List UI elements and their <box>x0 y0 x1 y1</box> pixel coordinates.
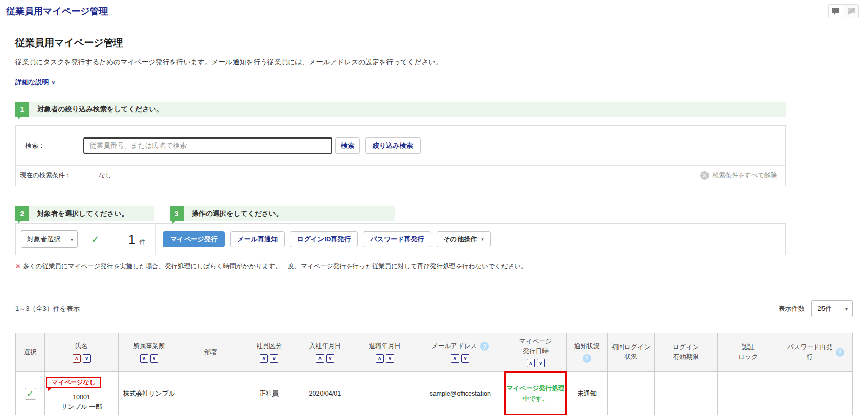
col-mypage-issued-at: マイページ 発行日時 ∧∨ <box>505 333 566 372</box>
employee-number: 10001 <box>45 394 118 401</box>
step2-text: 対象者を選択してください。 <box>37 209 128 218</box>
step3-text: 操作の選択をしてください。 <box>192 209 283 218</box>
mypage-issuing-status: マイページ発行処理 中です。 <box>505 383 566 404</box>
cell-first-login-status <box>607 372 654 415</box>
sort-desc-button[interactable]: ∨ <box>461 354 469 363</box>
col-email: メールアドレス? ∧∨ <box>416 333 505 372</box>
sort-asc-button[interactable]: ∧ <box>260 354 268 363</box>
cell-password-reissue <box>779 372 853 415</box>
cell-notify-status: 未通知 <box>566 372 607 415</box>
page-size-label: 表示件数 <box>779 304 805 313</box>
col-name: 氏名 ∧∨ <box>45 333 118 372</box>
col-password-reissue: パスワード再発 行? <box>779 333 853 372</box>
sort-desc-button[interactable]: ∨ <box>326 354 334 363</box>
top-bar: 従業員用マイページ管理 <box>0 0 868 22</box>
other-actions-dropdown[interactable]: その他操作 ▾ <box>437 231 491 247</box>
filter-search-button[interactable]: 絞り込み検索 <box>365 137 421 154</box>
page-title: 従業員用マイページ管理 <box>15 36 853 50</box>
col-notify-status: 通知状況 ? <box>566 333 607 372</box>
step3-number: 3 <box>170 206 184 221</box>
col-auth-lock: 認証 ロック <box>717 333 779 372</box>
search-label: 検索： <box>25 141 83 150</box>
cell-select: ✓ <box>16 372 45 415</box>
selected-count: 1 件 <box>128 232 145 247</box>
cell-login-expiry <box>654 372 717 415</box>
no-mypage-badge: マイページなし <box>46 377 101 388</box>
employee-name: サンプル 一郎 <box>45 403 118 411</box>
tooltip-on-button[interactable] <box>828 4 843 18</box>
cell-employment-type: 正社員 <box>242 372 296 415</box>
sort-asc-button[interactable]: ∧ <box>527 359 535 367</box>
step1-number: 1 <box>15 102 29 117</box>
step3-banner: 3 操作の選択をしてください。 <box>170 206 395 221</box>
col-login-expiry: ログイン 有効期限 <box>654 333 717 372</box>
check-icon: ✓ <box>27 389 34 398</box>
resend-mail-button[interactable]: メール再通知 <box>230 231 285 247</box>
cell-name: マイページなし 10001 サンプル 一郎 <box>45 372 118 415</box>
search-button[interactable]: 検索 <box>335 137 360 154</box>
sort-desc-button[interactable]: ∨ <box>83 354 91 363</box>
caret-down-icon: ▾ <box>481 237 484 242</box>
col-first-login-status: 初回ログイン 状況 <box>607 333 654 372</box>
col-office: 所属事業所 ∧∨ <box>118 333 180 372</box>
topbar-tools <box>828 4 859 18</box>
sort-desc-button[interactable]: ∨ <box>537 359 545 367</box>
reissue-password-button[interactable]: パスワード再発行 <box>363 231 431 247</box>
cell-auth-lock <box>717 372 779 415</box>
cell-email: sample@officestation <box>416 372 505 415</box>
col-department: 部署 <box>180 333 242 372</box>
sort-asc-button[interactable]: ∧ <box>451 354 459 363</box>
employee-table: 選択 氏名 ∧∨ 所属事業所 ∧∨ 部署 社員区分 ∧∨ 入社年月日 ∧∨ <box>15 333 853 415</box>
sort-desc-button[interactable]: ∨ <box>150 354 158 363</box>
row-checkbox[interactable]: ✓ <box>25 388 36 400</box>
col-hire-date: 入社年月日 ∧∨ <box>296 333 354 372</box>
cell-leave-date <box>354 372 416 415</box>
col-employment-type: 社員区分 ∧∨ <box>242 333 296 372</box>
target-select-dropdown[interactable]: 対象者選択 ▾ <box>21 230 78 248</box>
clear-all-conditions-link[interactable]: ✕ 検索条件をすべて解除 <box>700 171 777 180</box>
help-icon[interactable]: ? <box>583 354 591 363</box>
col-select: 選択 <box>16 333 45 372</box>
page-description: 従業員にタスクを発行するためのマイページ発行を行います。メール通知を行う従業員に… <box>15 58 853 67</box>
sort-asc-button[interactable]: ∧ <box>316 354 324 363</box>
sort-desc-button[interactable]: ∨ <box>386 354 394 363</box>
sort-desc-button[interactable]: ∨ <box>270 354 278 363</box>
step2-banner: 2 対象者を選択してください。 <box>15 206 154 221</box>
detail-description-link[interactable]: 詳細な説明 ∨ <box>15 78 55 87</box>
cell-department <box>180 372 242 415</box>
sort-asc-button[interactable]: ∧ <box>140 354 148 363</box>
step1-text: 対象者の絞り込み検索をしてください。 <box>37 105 163 114</box>
current-conditions-label: 現在の検索条件： <box>20 171 83 180</box>
help-icon[interactable]: ? <box>480 342 489 351</box>
page-size-select[interactable]: 25件 ▾ <box>811 300 853 317</box>
cell-hire-date: 2020/04/01 <box>296 372 354 415</box>
main-content: 従業員用マイページ管理 従業員にタスクを発行するためのマイページ発行を行います。… <box>0 36 868 415</box>
help-icon[interactable]: ? <box>836 348 844 357</box>
current-conditions-value: なし <box>99 171 112 180</box>
app-title: 従業員用マイページ管理 <box>6 5 108 17</box>
chevron-down-icon: ∨ <box>51 80 55 85</box>
sort-asc-button[interactable]: ∧ <box>376 354 384 363</box>
sort-asc-button[interactable]: ∧ <box>73 354 81 363</box>
search-panel: 検索： 検索 絞り込み検索 現在の検索条件： なし ✕ 検索条件をすべて解除 <box>15 125 786 186</box>
issue-mypage-button[interactable]: マイページ発行 <box>163 231 225 247</box>
speech-bubble-off-icon <box>847 8 855 15</box>
search-input[interactable] <box>83 137 332 154</box>
table-row: ✓ マイページなし 10001 サンプル 一郎 株式会社サンプル 正社員 202… <box>16 372 853 415</box>
header-row: 選択 氏名 ∧∨ 所属事業所 ∧∨ 部署 社員区分 ∧∨ 入社年月日 ∧∨ <box>16 333 853 372</box>
reissue-loginid-button[interactable]: ログインID再発行 <box>290 231 358 247</box>
warning-note: ※多くの従業員にマイページ発行を実施した場合、発行処理にしばらく時間がかかります… <box>15 262 853 271</box>
speech-bubble-icon <box>832 8 840 15</box>
close-icon: ✕ <box>700 171 709 180</box>
caret-down-icon: ▾ <box>66 231 77 247</box>
result-summary: 1～3（全3）件を表示 <box>15 304 80 313</box>
toolbar-divider <box>155 224 156 255</box>
col-leave-date: 退職年月日 ∧∨ <box>354 333 416 372</box>
check-icon: ✓ <box>91 233 100 245</box>
step1-banner: 1 対象者の絞り込み検索をしてください。 <box>15 102 786 117</box>
cell-office: 株式会社サンプル <box>118 372 180 415</box>
step2-number: 2 <box>15 206 29 221</box>
cell-mypage-issued-at: マイページ発行処理 中です。 <box>505 372 566 415</box>
action-toolbar: 対象者選択 ▾ ✓ 1 件 マイページ発行 メール再通知 ログインID再発行 パ… <box>15 223 786 255</box>
tooltip-off-button[interactable] <box>843 4 859 18</box>
